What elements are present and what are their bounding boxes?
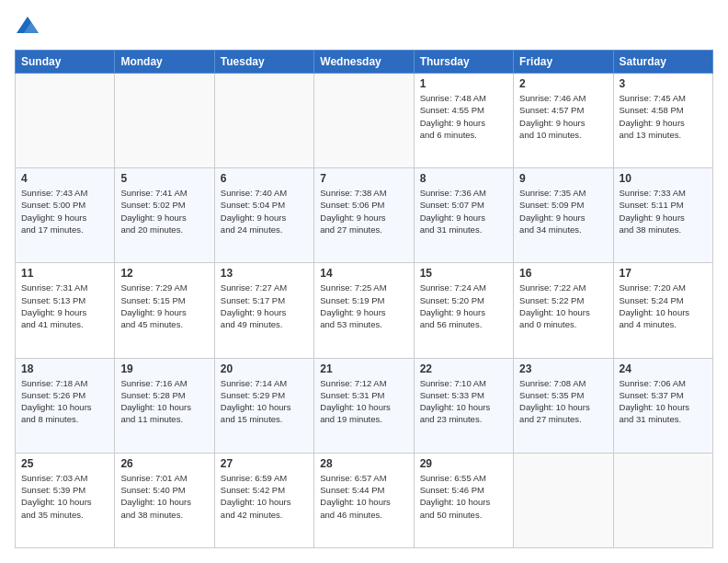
calendar-cell: 26Sunrise: 7:01 AM Sunset: 5:40 PM Dayli… [115,453,214,547]
day-info: Sunrise: 7:25 AM Sunset: 5:19 PM Dayligh… [320,282,407,330]
day-number: 11 [21,267,108,280]
calendar-cell: 4Sunrise: 7:43 AM Sunset: 5:00 PM Daylig… [16,168,115,263]
day-info: Sunrise: 7:06 AM Sunset: 5:37 PM Dayligh… [620,377,707,426]
calendar-cell: 10Sunrise: 7:33 AM Sunset: 5:11 PM Dayli… [613,168,712,263]
day-info: Sunrise: 7:01 AM Sunset: 5:40 PM Dayligh… [120,472,208,521]
day-info: Sunrise: 7:35 AM Sunset: 5:09 PM Dayligh… [519,187,607,236]
day-info: Sunrise: 7:16 AM Sunset: 5:28 PM Dayligh… [120,377,208,426]
day-info: Sunrise: 7:22 AM Sunset: 5:22 PM Dayligh… [519,282,607,330]
day-info: Sunrise: 7:36 AM Sunset: 5:07 PM Dayligh… [420,187,507,236]
calendar-cell: 21Sunrise: 7:12 AM Sunset: 5:31 PM Dayli… [314,358,414,453]
calendar-cell: 9Sunrise: 7:35 AM Sunset: 5:09 PM Daylig… [514,168,613,263]
day-header-wednesday: Wednesday [314,51,414,74]
day-header-thursday: Thursday [414,51,513,74]
header [15,15,713,40]
calendar-cell: 24Sunrise: 7:06 AM Sunset: 5:37 PM Dayli… [613,358,712,453]
day-number: 7 [320,172,407,185]
day-number: 9 [519,172,607,185]
day-number: 6 [221,172,308,185]
day-number: 26 [120,457,208,470]
day-number: 27 [221,457,308,470]
day-number: 19 [120,362,208,375]
calendar-week-1: 4Sunrise: 7:43 AM Sunset: 5:00 PM Daylig… [16,168,713,263]
day-info: Sunrise: 7:27 AM Sunset: 5:17 PM Dayligh… [221,282,308,330]
day-number: 18 [21,362,108,375]
calendar-cell: 13Sunrise: 7:27 AM Sunset: 5:17 PM Dayli… [214,263,313,358]
day-info: Sunrise: 6:57 AM Sunset: 5:44 PM Dayligh… [320,472,407,521]
calendar-cell: 20Sunrise: 7:14 AM Sunset: 5:29 PM Dayli… [214,358,313,453]
calendar-cell: 11Sunrise: 7:31 AM Sunset: 5:13 PM Dayli… [16,263,115,358]
day-number: 16 [519,267,607,280]
day-info: Sunrise: 7:18 AM Sunset: 5:26 PM Dayligh… [21,377,108,426]
logo [15,15,44,40]
day-info: Sunrise: 7:45 AM Sunset: 4:58 PM Dayligh… [620,92,707,141]
calendar-header-row: SundayMondayTuesdayWednesdayThursdayFrid… [16,51,713,74]
day-info: Sunrise: 7:46 AM Sunset: 4:57 PM Dayligh… [519,92,607,141]
calendar-cell: 25Sunrise: 7:03 AM Sunset: 5:39 PM Dayli… [16,453,115,547]
day-info: Sunrise: 7:40 AM Sunset: 5:04 PM Dayligh… [221,187,308,236]
calendar-week-4: 25Sunrise: 7:03 AM Sunset: 5:39 PM Dayli… [16,453,713,547]
day-info: Sunrise: 7:12 AM Sunset: 5:31 PM Dayligh… [320,377,407,426]
calendar-cell [16,74,115,168]
calendar-cell: 7Sunrise: 7:38 AM Sunset: 5:06 PM Daylig… [314,168,414,263]
day-info: Sunrise: 7:08 AM Sunset: 5:35 PM Dayligh… [519,377,607,426]
day-number: 2 [519,77,607,90]
day-header-tuesday: Tuesday [214,51,313,74]
day-info: Sunrise: 7:33 AM Sunset: 5:11 PM Dayligh… [620,187,707,236]
calendar-cell [115,74,214,168]
calendar-cell: 5Sunrise: 7:41 AM Sunset: 5:02 PM Daylig… [115,168,214,263]
calendar-cell: 23Sunrise: 7:08 AM Sunset: 5:35 PM Dayli… [514,358,613,453]
calendar-cell [613,453,712,547]
day-number: 5 [120,172,208,185]
day-number: 17 [620,267,707,280]
day-number: 28 [320,457,407,470]
day-number: 23 [519,362,607,375]
calendar-cell: 14Sunrise: 7:25 AM Sunset: 5:19 PM Dayli… [314,263,414,358]
calendar-cell: 15Sunrise: 7:24 AM Sunset: 5:20 PM Dayli… [414,263,513,358]
day-info: Sunrise: 7:38 AM Sunset: 5:06 PM Dayligh… [320,187,407,236]
day-header-friday: Friday [514,51,613,74]
calendar-week-3: 18Sunrise: 7:18 AM Sunset: 5:26 PM Dayli… [16,358,713,453]
day-info: Sunrise: 7:24 AM Sunset: 5:20 PM Dayligh… [420,282,507,330]
day-info: Sunrise: 7:31 AM Sunset: 5:13 PM Dayligh… [21,282,108,330]
day-number: 25 [21,457,108,470]
day-info: Sunrise: 7:41 AM Sunset: 5:02 PM Dayligh… [120,187,208,236]
day-number: 20 [221,362,308,375]
logo-icon [15,15,40,40]
calendar-cell [214,74,313,168]
day-number: 3 [620,77,707,90]
day-header-saturday: Saturday [613,51,712,74]
calendar-cell: 29Sunrise: 6:55 AM Sunset: 5:46 PM Dayli… [414,453,513,547]
day-number: 13 [221,267,308,280]
day-info: Sunrise: 7:20 AM Sunset: 5:24 PM Dayligh… [620,282,707,330]
calendar-cell: 27Sunrise: 6:59 AM Sunset: 5:42 PM Dayli… [214,453,313,547]
day-header-monday: Monday [115,51,214,74]
day-info: Sunrise: 7:48 AM Sunset: 4:55 PM Dayligh… [420,92,507,141]
day-info: Sunrise: 7:03 AM Sunset: 5:39 PM Dayligh… [21,472,108,521]
day-info: Sunrise: 7:14 AM Sunset: 5:29 PM Dayligh… [221,377,308,426]
calendar-cell: 22Sunrise: 7:10 AM Sunset: 5:33 PM Dayli… [414,358,513,453]
day-number: 22 [420,362,507,375]
day-number: 8 [420,172,507,185]
day-number: 29 [420,457,507,470]
calendar-cell: 18Sunrise: 7:18 AM Sunset: 5:26 PM Dayli… [16,358,115,453]
calendar-cell: 28Sunrise: 6:57 AM Sunset: 5:44 PM Dayli… [314,453,414,547]
day-number: 4 [21,172,108,185]
day-number: 12 [120,267,208,280]
calendar-week-2: 11Sunrise: 7:31 AM Sunset: 5:13 PM Dayli… [16,263,713,358]
calendar-cell: 6Sunrise: 7:40 AM Sunset: 5:04 PM Daylig… [214,168,313,263]
day-number: 1 [420,77,507,90]
calendar-table: SundayMondayTuesdayWednesdayThursdayFrid… [15,50,713,548]
calendar-cell: 19Sunrise: 7:16 AM Sunset: 5:28 PM Dayli… [115,358,214,453]
day-info: Sunrise: 6:59 AM Sunset: 5:42 PM Dayligh… [221,472,308,521]
calendar-cell: 3Sunrise: 7:45 AM Sunset: 4:58 PM Daylig… [613,74,712,168]
day-number: 21 [320,362,407,375]
day-header-sunday: Sunday [16,51,115,74]
day-number: 24 [620,362,707,375]
calendar-cell: 17Sunrise: 7:20 AM Sunset: 5:24 PM Dayli… [613,263,712,358]
day-info: Sunrise: 7:43 AM Sunset: 5:00 PM Dayligh… [21,187,108,236]
calendar-cell: 16Sunrise: 7:22 AM Sunset: 5:22 PM Dayli… [514,263,613,358]
calendar-cell [514,453,613,547]
calendar-cell: 1Sunrise: 7:48 AM Sunset: 4:55 PM Daylig… [414,74,513,168]
page: SundayMondayTuesdayWednesdayThursdayFrid… [0,0,728,563]
